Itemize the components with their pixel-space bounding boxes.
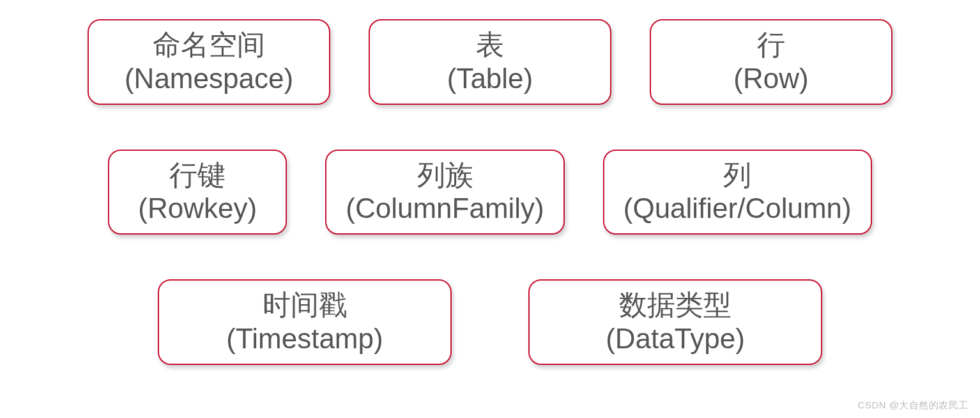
concept-row-3: 时间戳 (Timestamp) 数据类型 (DataType): [26, 279, 954, 365]
concept-en-label: (ColumnFamily): [346, 192, 544, 226]
concept-en-label: (Table): [447, 62, 533, 96]
concept-en-label: (Row): [733, 62, 808, 96]
concept-cn-label: 行键: [169, 159, 226, 192]
concept-rowkey: 行键 (Rowkey): [108, 150, 287, 235]
concept-cn-label: 时间戳: [263, 288, 347, 322]
concept-cn-label: 列: [723, 159, 751, 192]
concept-cn-label: 数据类型: [619, 288, 731, 322]
concept-cn-label: 表: [476, 28, 504, 62]
concept-qualifier-column: 列 (Qualifier/Column): [603, 150, 872, 235]
watermark-text: CSDN @大自然的农民工: [858, 399, 969, 412]
concept-en-label: (Qualifier/Column): [624, 192, 852, 226]
concept-namespace: 命名空间 (Namespace): [88, 19, 330, 105]
concept-en-label: (Rowkey): [138, 192, 257, 226]
concept-row-2: 行键 (Rowkey) 列族 (ColumnFamily) 列 (Qualifi…: [26, 150, 954, 235]
concept-row: 行 (Row): [650, 19, 892, 105]
concept-cn-label: 行: [757, 28, 785, 62]
concept-cn-label: 命名空间: [153, 28, 265, 62]
concept-cn-label: 列族: [417, 159, 473, 192]
concept-datatype: 数据类型 (DataType): [528, 279, 822, 365]
concept-columnfamily: 列族 (ColumnFamily): [325, 150, 564, 235]
concept-en-label: (Timestamp): [226, 322, 383, 356]
concept-en-label: (Namespace): [125, 62, 293, 96]
concept-table: 表 (Table): [369, 19, 611, 105]
concept-row-1: 命名空间 (Namespace) 表 (Table) 行 (Row): [26, 19, 954, 105]
concept-en-label: (DataType): [606, 322, 745, 356]
concept-timestamp: 时间戳 (Timestamp): [158, 279, 452, 365]
